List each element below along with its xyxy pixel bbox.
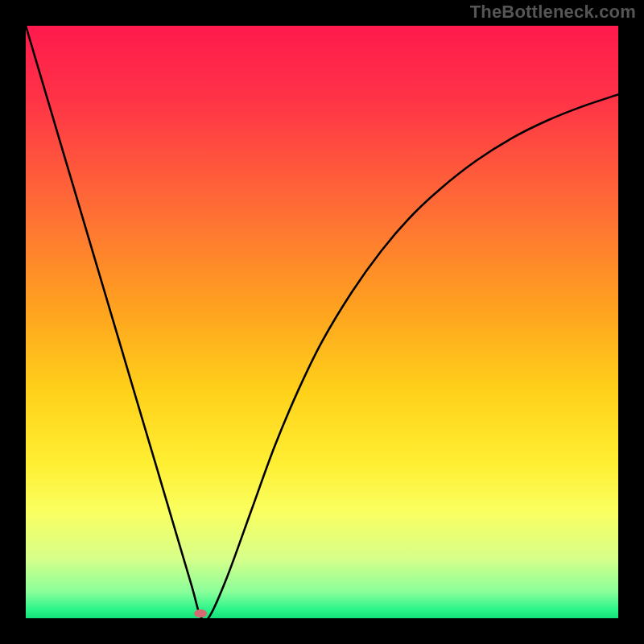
gradient-background bbox=[26, 26, 618, 618]
minimum-marker bbox=[194, 609, 207, 617]
watermark-text: TheBottleneck.com bbox=[470, 2, 636, 23]
plot-area bbox=[26, 26, 618, 618]
chart-svg bbox=[26, 26, 618, 618]
chart-root: TheBottleneck.com bbox=[0, 0, 644, 644]
